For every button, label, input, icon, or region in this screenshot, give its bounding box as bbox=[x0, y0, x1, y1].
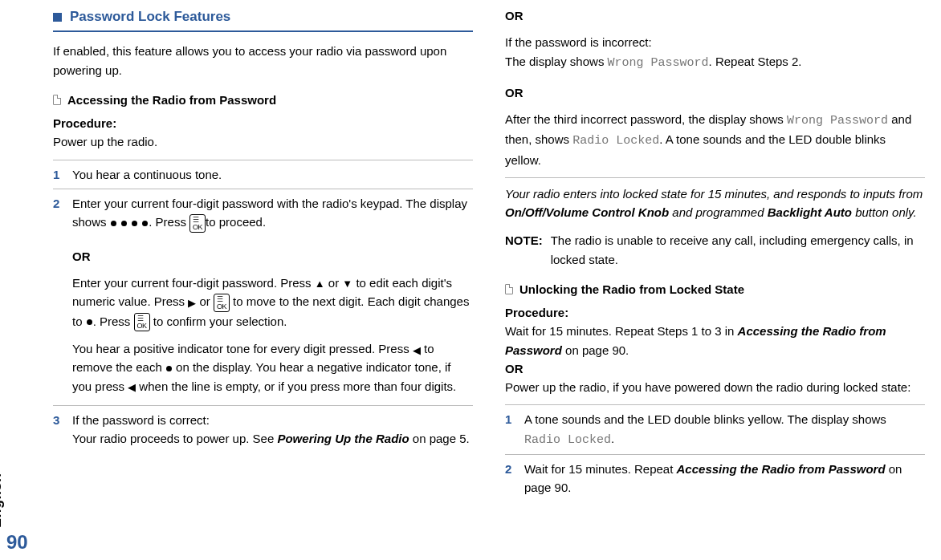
note-text: The radio is unable to receive any call,… bbox=[551, 231, 925, 269]
procedure-label: Procedure: bbox=[505, 306, 568, 319]
or-label: OR bbox=[505, 83, 925, 102]
note-label: NOTE: bbox=[505, 231, 543, 269]
right-continuation: OR If the password is incorrect: The dis… bbox=[505, 6, 925, 169]
list-item: 3 If the password is correct: Your radio… bbox=[53, 405, 473, 453]
procedure-block: Procedure: Wait for 15 minutes. Repeat S… bbox=[505, 303, 925, 396]
list-item: 2 Wait for 15 minutes. Repeat Accessing … bbox=[505, 454, 925, 502]
step-body: A tone sounds and the LED double blinks … bbox=[524, 410, 925, 449]
or-label: OR bbox=[505, 362, 523, 375]
step-number: 1 bbox=[53, 165, 64, 184]
step-body: Wait for 15 minutes. Repeat Accessing th… bbox=[524, 460, 925, 497]
down-arrow-icon: ▼ bbox=[342, 278, 352, 289]
intro-text: If enabled, this feature allows you to a… bbox=[53, 42, 473, 79]
dot-icon bbox=[87, 319, 92, 325]
locked-state-text: Your radio enters into locked state for … bbox=[505, 185, 925, 222]
subsection-heading: Unlocking the Radio from Locked State bbox=[505, 280, 925, 298]
language-tab: English bbox=[0, 473, 8, 528]
page-number: 90 bbox=[6, 527, 28, 557]
step-number: 3 bbox=[53, 411, 64, 448]
step-number: 1 bbox=[505, 410, 516, 449]
procedure-block: Procedure: Power up the radio. bbox=[53, 114, 473, 152]
step-number: 2 bbox=[505, 460, 516, 497]
right-column: OR If the password is incorrect: The dis… bbox=[505, 6, 925, 501]
list-item: 1 A tone sounds and the LED double blink… bbox=[505, 404, 925, 454]
page-icon bbox=[53, 95, 61, 105]
ok-key-icon: ☰OK bbox=[189, 214, 206, 233]
step-continuation: OR Enter your current four-digit passwor… bbox=[72, 247, 473, 396]
subsection-title: Accessing the Radio from Password bbox=[67, 91, 276, 109]
left-column: Password Lock Features If enabled, this … bbox=[53, 6, 473, 501]
third-attempt-block: After the third incorrect password, the … bbox=[505, 110, 925, 169]
or-block: OR Enter your current four-digit passwor… bbox=[72, 247, 473, 396]
dot-icon bbox=[111, 221, 116, 226]
dot-icon bbox=[166, 366, 172, 371]
step-body: If the password is correct: Your radio p… bbox=[72, 411, 473, 448]
alt-step-text: Enter your current four-digit password. … bbox=[72, 274, 473, 331]
steps-list-cont: 3 If the password is correct: Your radio… bbox=[53, 405, 473, 453]
step-number: 2 bbox=[53, 194, 64, 233]
list-item: 1 You hear a continuous tone. bbox=[53, 160, 473, 189]
section-title: Password Lock Features bbox=[70, 6, 230, 27]
or-label: OR bbox=[72, 247, 473, 266]
incorrect-block: If the password is incorrect: The displa… bbox=[505, 33, 925, 72]
square-bullet-icon bbox=[53, 13, 62, 22]
subsection-heading: Accessing the Radio from Password bbox=[53, 91, 473, 109]
page-icon bbox=[505, 284, 513, 294]
tone-text: You hear a positive indicator tone for e… bbox=[72, 339, 473, 396]
dot-icon bbox=[121, 221, 127, 226]
procedure-text: Power up the radio. bbox=[53, 135, 157, 148]
section-heading: Password Lock Features bbox=[53, 6, 473, 32]
note-block: NOTE: The radio is unable to receive any… bbox=[505, 231, 925, 269]
page-content: Password Lock Features If enabled, this … bbox=[0, 0, 941, 501]
ok-key-icon: ☰OK bbox=[214, 294, 230, 312]
steps-list-2: 1 A tone sounds and the LED double blink… bbox=[505, 404, 925, 501]
right-arrow-icon: ▶ bbox=[188, 298, 196, 308]
list-item: 2 Enter your current four-digit password… bbox=[53, 189, 473, 237]
up-arrow-icon: ▲ bbox=[315, 278, 325, 289]
dot-icon bbox=[132, 221, 137, 226]
divider bbox=[505, 177, 925, 178]
left-arrow-icon: ◀ bbox=[413, 345, 421, 355]
dot-icon bbox=[142, 221, 148, 226]
steps-list: 1 You hear a continuous tone. 2 Enter yo… bbox=[53, 160, 473, 237]
left-arrow-icon: ◀ bbox=[128, 382, 136, 392]
step-body: You hear a continuous tone. bbox=[72, 165, 473, 184]
procedure-label: Procedure: bbox=[53, 116, 116, 130]
ok-key-icon: ☰OK bbox=[134, 313, 150, 331]
step-body: Enter your current four-digit password w… bbox=[72, 194, 473, 233]
page-sidebar: English 90 bbox=[6, 527, 28, 557]
or-label: OR bbox=[505, 6, 925, 25]
subsection-title: Unlocking the Radio from Locked State bbox=[519, 280, 744, 298]
